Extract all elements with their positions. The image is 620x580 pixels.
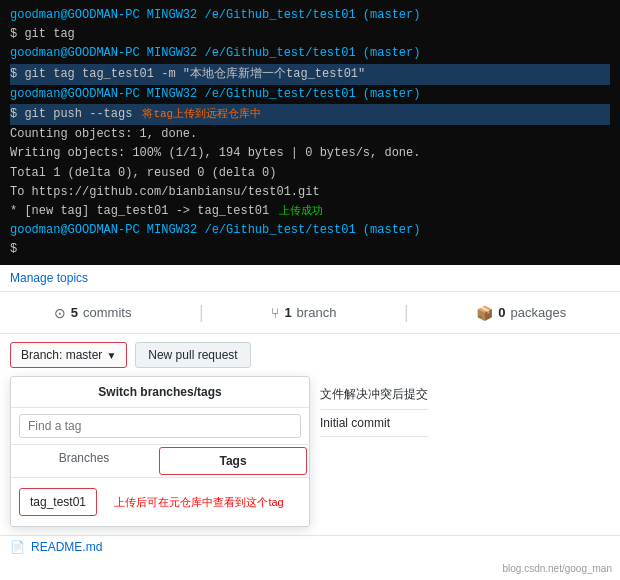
terminal-prompt-2: goodman@GOODMAN-PC MINGW32 /e/Github_tes…	[10, 46, 420, 60]
terminal-prompt-1: goodman@GOODMAN-PC MINGW32 /e/Github_tes…	[10, 8, 420, 22]
branch-button[interactable]: Branch: master ▼	[10, 342, 127, 368]
tab-tags[interactable]: Tags	[159, 447, 307, 475]
terminal-cmd-last: $	[10, 242, 17, 256]
commits-icon: ⊙	[54, 305, 66, 321]
tag-search-input[interactable]	[19, 414, 301, 438]
dropdown-annotation: 上传后可在元仓库中查看到这个tag	[114, 496, 283, 508]
packages-count: 0	[498, 305, 505, 320]
dropdown-search-area[interactable]	[11, 408, 309, 445]
chevron-down-icon: ▼	[106, 350, 116, 361]
terminal-line-13: $	[10, 240, 610, 259]
terminal: goodman@GOODMAN-PC MINGW32 /e/Github_tes…	[0, 0, 620, 265]
branch-icon: ⑂	[271, 305, 279, 321]
branch-stat[interactable]: ⑂ 1 branch	[271, 305, 336, 321]
terminal-prompt-3: goodman@GOODMAN-PC MINGW32 /e/Github_tes…	[10, 87, 420, 101]
stat-separator-2: |	[404, 302, 409, 323]
packages-stat[interactable]: 📦 0 packages	[476, 305, 566, 321]
terminal-success-line: * [new tag] tag_test01 -> tag_test01 上传成…	[10, 202, 610, 221]
file-name[interactable]: README.md	[31, 540, 102, 554]
terminal-highlight-1: $ git tag tag_test01 -m "本地仓库新增一个tag_tes…	[10, 64, 610, 85]
terminal-line-7: Counting objects: 1, done.	[10, 125, 610, 144]
stat-separator-1: |	[199, 302, 204, 323]
terminal-success-text: * [new tag] tag_test01 -> tag_test01	[10, 202, 269, 221]
dropdown-list: tag_test01 上传后可在元仓库中查看到这个tag	[11, 478, 309, 526]
dropdown-title: Switch branches/tags	[11, 377, 309, 408]
right-commit-list: 文件解决冲突后提交 Initial commit	[320, 376, 428, 437]
terminal-line-5: goodman@GOODMAN-PC MINGW32 /e/Github_tes…	[10, 85, 610, 104]
branch-dropdown: Switch branches/tags Branches Tags tag_t…	[10, 376, 310, 527]
commit-entry-2: Initial commit	[320, 410, 428, 437]
terminal-line-2: $ git tag	[10, 25, 610, 44]
terminal-line-10: To https://github.com/bianbiansu/test01.…	[10, 183, 610, 202]
terminal-highlight-2: $ git push --tags 将tag上传到远程仓库中	[10, 104, 610, 125]
packages-icon: 📦	[476, 305, 493, 321]
terminal-highlight-cmd-1: $ git tag tag_test01 -m "本地仓库新增一个tag_tes…	[10, 67, 365, 81]
terminal-line-12: goodman@GOODMAN-PC MINGW32 /e/Github_tes…	[10, 221, 610, 240]
file-icon: 📄	[10, 540, 25, 554]
branch-area: Branch: master ▼ New pull request Switch…	[0, 334, 620, 535]
branch-controls: Branch: master ▼ New pull request	[10, 342, 610, 368]
tag-item-tag_test01[interactable]: tag_test01	[19, 488, 97, 516]
branch-count: 1	[284, 305, 291, 320]
commit-entry-1: 文件解决冲突后提交	[320, 380, 428, 410]
branch-label: branch	[297, 305, 337, 320]
terminal-annotation-success: 上传成功	[279, 203, 323, 221]
watermark: blog.csdn.net/goog_man	[502, 563, 612, 574]
manage-topics-link[interactable]: Manage topics	[10, 271, 88, 285]
new-pull-request-button[interactable]: New pull request	[135, 342, 250, 368]
terminal-prompt-4: goodman@GOODMAN-PC MINGW32 /e/Github_tes…	[10, 223, 420, 237]
terminal-line-1: goodman@GOODMAN-PC MINGW32 /e/Github_tes…	[10, 6, 610, 25]
terminal-line-3: goodman@GOODMAN-PC MINGW32 /e/Github_tes…	[10, 44, 610, 63]
manage-topics-bar: Manage topics	[0, 265, 620, 292]
branch-btn-label: Branch: master	[21, 348, 102, 362]
terminal-highlight-cmd-2: $ git push --tags	[10, 105, 132, 124]
packages-label: packages	[511, 305, 567, 320]
stats-bar: ⊙ 5 commits | ⑂ 1 branch | 📦 0 packages	[0, 292, 620, 334]
terminal-annotation-tag: 将tag上传到远程仓库中	[142, 106, 261, 124]
terminal-line-8: Writing objects: 100% (1/1), 194 bytes |…	[10, 144, 610, 163]
commits-stat[interactable]: ⊙ 5 commits	[54, 305, 132, 321]
terminal-line-9: Total 1 (delta 0), reused 0 (delta 0)	[10, 164, 610, 183]
terminal-cmd-1: $ git tag	[10, 27, 75, 41]
commits-count: 5	[71, 305, 78, 320]
tab-branches[interactable]: Branches	[11, 445, 157, 477]
dropdown-area: Switch branches/tags Branches Tags tag_t…	[10, 376, 610, 527]
commits-label: commits	[83, 305, 131, 320]
dropdown-tabs: Branches Tags	[11, 445, 309, 478]
file-row-readme: 📄 README.md	[0, 535, 620, 558]
